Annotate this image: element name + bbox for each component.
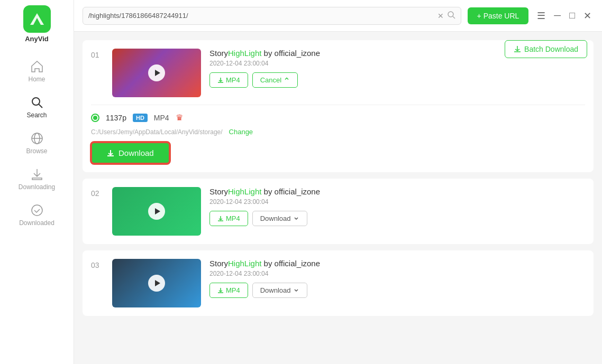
video-date-3: 2020-12-04 23:00:04 [209,270,585,277]
close-button[interactable]: ✕ [581,8,594,24]
url-clear-button[interactable]: ✕ [437,12,444,20]
quality-row: 1137p HD MP4 ♛ [91,113,585,123]
svg-point-2 [32,98,40,105]
path-text: C:/Users/Jemy/AppData/Local/AnyVid/stora… [91,128,223,136]
video-row-2: 02 StoryHighLight by official_izone 2020… [91,187,585,236]
browse-icon [30,132,44,145]
crown-icon: ♛ [176,113,183,123]
home-icon [30,60,44,73]
cancel-chevron-icon [284,77,290,83]
home-label: Home [28,76,45,83]
svg-point-8 [448,12,453,17]
video-date-2: 2020-12-04 23:00:04 [209,198,585,206]
svg-line-3 [39,105,42,108]
thumbnail-3[interactable] [112,259,201,307]
batch-download-label: Batch Download [524,45,578,53]
browse-label: Browse [26,147,47,155]
main-download-button[interactable]: Download [91,142,170,164]
window-controls: ☰ ─ □ ✕ [535,8,594,24]
cancel-button-1[interactable]: Cancel [252,72,298,88]
sidebar: AnyVid Home Search Browse Downloading [0,0,74,364]
thumbnail-2[interactable] [112,187,201,236]
sidebar-item-browse[interactable]: Browse [0,125,74,161]
maximize-button[interactable]: □ [567,8,577,23]
url-search-icon [447,11,455,21]
change-path-link[interactable]: Change [229,128,253,136]
video-item-2: 02 StoryHighLight by official_izone 2020… [83,179,594,244]
batch-download-icon [514,45,521,53]
main-download-icon [107,150,114,157]
expanded-panel-1: 1137p HD MP4 ♛ C:/Users/Jemy/AppData/Loc… [91,105,585,164]
play-button-3[interactable] [148,275,165,292]
sidebar-item-search[interactable]: Search [0,89,74,125]
search-label: Search [26,111,47,119]
url-text: /highlights/17861866487244911/ [88,12,434,20]
download-chevron-icon-3 [293,287,299,294]
mp4-button-3[interactable]: MP4 [209,283,248,298]
action-btns-2: MP4 Download [209,211,585,226]
download-chevron-icon-2 [293,216,299,222]
play-button-2[interactable] [148,203,165,220]
download-button-3[interactable]: Download [252,283,307,298]
video-item-3: 03 StoryHighLight by official_izone 2020… [83,250,594,316]
paste-url-button[interactable]: + Paste URL [468,7,529,24]
menu-button[interactable]: ☰ [535,8,548,24]
svg-point-7 [32,205,42,216]
downloading-icon [30,167,44,181]
video-info-3: StoryHighLight by official_izone 2020-12… [209,259,585,298]
mp4-button-2[interactable]: MP4 [209,211,248,226]
download-button-2[interactable]: Download [252,211,307,226]
sidebar-item-downloading[interactable]: Downloading [0,161,74,197]
hd-badge: HD [133,114,148,122]
downloaded-label: Downloaded [19,219,54,227]
mp4-button-1[interactable]: MP4 [209,72,248,88]
search-icon [30,96,44,109]
mp4-download-icon-3 [217,287,224,294]
path-row: C:/Users/Jemy/AppData/Local/AnyVid/stora… [91,128,585,136]
svg-line-9 [453,16,455,18]
sidebar-item-home[interactable]: Home [0,53,74,89]
downloading-label: Downloading [19,183,55,191]
video-date-1: 2020-12-04 23:00:04 [209,60,585,67]
app-logo [23,5,51,33]
content-area: Batch Download 01 StoryHighLight by offi… [74,32,602,364]
batch-download-button[interactable]: Batch Download [505,40,587,58]
video-title-2: StoryHighLight by official_izone [209,187,585,196]
item-number-2: 02 [91,189,104,198]
topbar: /highlights/17861866487244911/ ✕ + Paste… [74,0,602,32]
item-number-1: 01 [91,51,104,59]
logo-area: AnyVid [23,5,51,43]
thumbnail-1[interactable] [112,49,201,97]
play-button-1[interactable] [148,64,165,81]
url-bar[interactable]: /highlights/17861866487244911/ ✕ [83,7,461,25]
action-btns-3: MP4 Download [209,283,585,298]
video-item-1: 01 StoryHighLight by official_izone 2020… [83,40,594,172]
app-name: AnyVid [25,35,49,43]
quality-radio[interactable] [91,114,99,122]
action-btns-1: MP4 Cancel [209,72,585,88]
mp4-download-icon-2 [217,216,224,222]
video-info-2: StoryHighLight by official_izone 2020-12… [209,187,585,226]
downloaded-icon [30,203,44,217]
main-content: /highlights/17861866487244911/ ✕ + Paste… [74,0,602,364]
format-label: MP4 [154,114,169,122]
item-number-3: 03 [91,261,104,269]
mp4-download-icon-1 [217,77,224,83]
video-row-3: 03 StoryHighLight by official_izone 2020… [91,259,585,307]
video-title-3: StoryHighLight by official_izone [209,259,585,268]
quality-value: 1137p [106,114,126,122]
sidebar-item-downloaded[interactable]: Downloaded [0,197,74,233]
minimize-button[interactable]: ─ [552,8,563,23]
